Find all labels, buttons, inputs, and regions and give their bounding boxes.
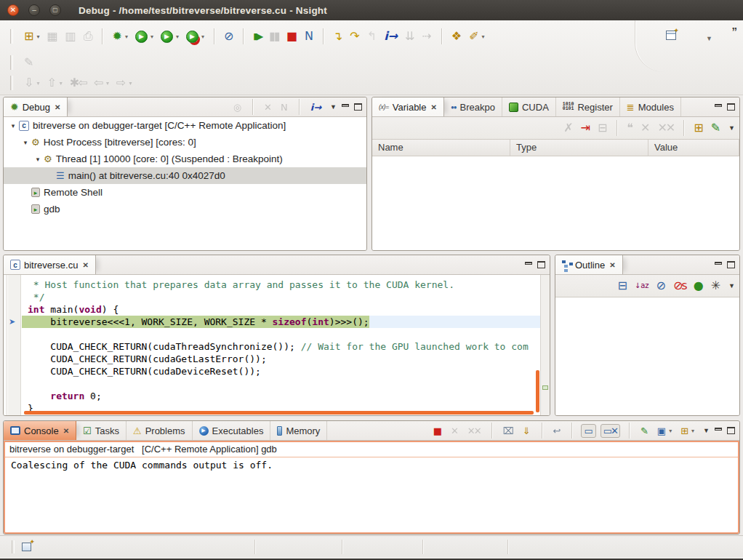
tab-debug[interactable]: ✹ Debug ✕ (4, 97, 68, 116)
tab-modules[interactable]: ≣Modules (620, 97, 681, 116)
console-output[interactable]: Coalescing of the CUDA commands output i… (5, 457, 738, 473)
column-name[interactable]: Name (372, 140, 510, 156)
code-line[interactable]: CUDA_CHECK_RETURN(cudaGetLastError()); (22, 353, 540, 365)
tab-bitreverse-cu[interactable]: c bitreverse.cu ✕ (4, 255, 96, 274)
edit-console-button[interactable]: ✎ (638, 425, 651, 437)
perspective-dropdown-icon[interactable]: ▼ (706, 35, 712, 42)
code-line[interactable]: int main(void) { (22, 303, 540, 316)
close-tab-icon[interactable]: ✕ (430, 103, 436, 111)
code-line[interactable]: return 0; (22, 390, 540, 402)
profile-button[interactable]: ▶▾ (158, 29, 181, 44)
code-line-current[interactable]: bitreverse<<<1, WORK_SIZE, WORK_SIZE * s… (22, 316, 540, 328)
close-tab-icon[interactable]: ✕ (609, 261, 615, 269)
vertical-scrollbar[interactable] (536, 370, 539, 412)
tab-cuda[interactable]: CUDA (502, 97, 556, 116)
variables-table-body[interactable] (372, 156, 739, 250)
debug-tree-item[interactable]: ▸Remote Shell (4, 184, 366, 201)
code-line[interactable]: CUDA_CHECK_RETURN(cudaDeviceReset()); (22, 365, 540, 377)
tree-expander-icon[interactable]: ▾ (9, 122, 17, 129)
tab-outline[interactable]: Outline ✕ (555, 255, 623, 274)
debug-tree-item[interactable]: ▾⚙Thread [1] 10000 [core: 0] (Suspended … (4, 151, 366, 167)
instruction-stepping-button[interactable]: i→ (382, 29, 400, 44)
editor-annotation-ruler[interactable]: ➤ (8, 275, 21, 415)
code-area[interactable]: * Host function that prepares data array… (22, 275, 540, 415)
close-tab-icon[interactable]: ✕ (55, 103, 60, 111)
instruction-stepping-mode-button[interactable]: i→ (308, 101, 324, 113)
external-tools-dropdown-icon[interactable]: ▾ (201, 33, 204, 40)
pin-console-button[interactable]: ▭ (581, 424, 595, 438)
code-line[interactable]: CUDA_CHECK_RETURN(cudaThreadSynchronize(… (22, 340, 540, 353)
open-console-button[interactable]: ⊞▾ (678, 425, 696, 437)
sort-button[interactable]: ↓az (632, 281, 651, 291)
code-line[interactable]: */ (22, 291, 540, 303)
debug-button[interactable]: ✹▾ (110, 29, 129, 44)
add-global-variables-button[interactable]: ⇥ (579, 121, 593, 135)
minimize-view-icon[interactable] (715, 104, 722, 107)
close-tab-icon[interactable]: ✕ (82, 261, 88, 269)
scroll-lock-button[interactable]: ⇓ (521, 425, 533, 437)
maximize-view-icon[interactable] (537, 261, 545, 268)
profile-dropdown-icon[interactable]: ▾ (176, 33, 179, 40)
close-tab-icon[interactable]: ✕ (63, 427, 69, 435)
tab-executables[interactable]: ▶Executables (193, 421, 271, 440)
hide-static-members-button[interactable]: ⊘s (671, 279, 688, 293)
view-menu-icon[interactable]: ▼ (330, 103, 337, 111)
tab-console[interactable]: Console✕ (4, 421, 76, 440)
column-value[interactable]: Value (648, 140, 739, 156)
tab-problems[interactable]: ⚠Problems (126, 421, 193, 440)
display-selected-console-button[interactable]: ▣▾ (655, 425, 674, 437)
overview-ruler[interactable] (540, 275, 550, 415)
collapse-all-button[interactable]: ⊟ (615, 279, 629, 293)
minimize-view-icon[interactable] (525, 262, 532, 265)
search-dropdown-icon[interactable]: ▾ (482, 33, 485, 40)
outline-body[interactable] (555, 297, 739, 415)
add-rendering-button[interactable]: ⊞ (691, 121, 705, 135)
word-wrap-button[interactable]: ↩ (551, 425, 563, 437)
open-element-button[interactable]: ❖ (449, 29, 464, 44)
maximize-view-icon[interactable] (354, 103, 362, 111)
step-into-button[interactable]: ↴ (331, 29, 345, 44)
open-console-dropdown-icon[interactable]: ▾ (691, 428, 694, 434)
step-over-button[interactable]: ↷ (348, 29, 361, 44)
new-wizard-dropdown-icon[interactable]: ▾ (36, 33, 39, 40)
tree-expander-icon[interactable]: ▾ (22, 139, 29, 146)
hide-non-public-button[interactable]: ● (691, 279, 706, 293)
maximize-view-icon[interactable] (727, 103, 735, 111)
run-dropdown-icon[interactable]: ▾ (150, 33, 153, 40)
code-line[interactable] (22, 377, 540, 390)
maximize-button[interactable]: ▢ (49, 4, 61, 16)
debug-tree-item[interactable]: ▾cbitreverse on debugger-target [C/C++ R… (4, 117, 366, 134)
run-button[interactable]: ▶▾ (133, 29, 156, 44)
skip-all-breakpoints-button[interactable]: ⊘ (222, 29, 236, 44)
horizontal-scrollbar[interactable] (24, 411, 534, 415)
column-type[interactable]: Type (510, 140, 648, 156)
configure-columns-button[interactable]: ✎ (709, 121, 723, 135)
clear-console-button[interactable]: ⌧ (501, 425, 516, 437)
terminate-button[interactable]: ■ (431, 425, 444, 437)
toolbar-handle[interactable] (10, 76, 13, 90)
editor-breakpoint-ruler[interactable] (4, 275, 7, 415)
maximize-view-icon[interactable] (727, 427, 735, 434)
debug-tree-item[interactable]: ▾⚙Host Process [bitreverse] [cores: 0] (4, 134, 366, 151)
debug-tree-item[interactable]: ☰main() at bitreverse.cu:40 0x4027d0 (4, 167, 366, 184)
view-menu-icon[interactable]: ▼ (703, 427, 710, 434)
view-menu-icon[interactable]: ▼ (728, 124, 735, 132)
toolbar-handle[interactable] (10, 55, 13, 70)
hide-inactive-button[interactable]: ✳ (709, 279, 723, 293)
fast-view-icon[interactable] (22, 543, 31, 551)
disconnect-button[interactable]: N (302, 29, 316, 44)
tab-variable[interactable]: (x)=Variable✕ (372, 97, 444, 116)
minimize-view-icon[interactable] (342, 104, 349, 107)
minimize-view-icon[interactable] (715, 262, 722, 265)
tab-breakpo[interactable]: ●●Breakpo (444, 97, 502, 116)
hide-fields-button[interactable]: ⊘ (654, 279, 668, 293)
maximize-view-icon[interactable] (727, 261, 735, 268)
code-line[interactable] (22, 328, 540, 340)
close-button[interactable]: ✕ (7, 4, 19, 16)
external-tools-button[interactable]: ▶▾ (184, 29, 206, 44)
debug-dropdown-icon[interactable]: ▾ (125, 33, 128, 40)
code-line[interactable]: * Host function that prepares data array… (22, 279, 540, 291)
new-wizard-button[interactable]: ⊞▾ (22, 29, 41, 44)
search-button[interactable]: ✐▾ (467, 29, 486, 44)
toolbar-handle[interactable] (10, 29, 13, 44)
